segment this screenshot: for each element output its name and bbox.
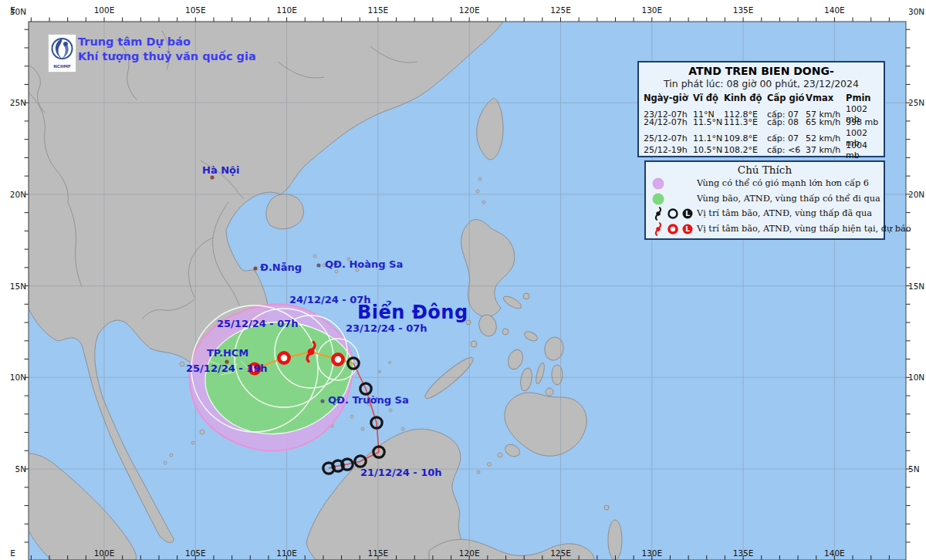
svg-text:L: L bbox=[685, 210, 690, 218]
l-icon-black: L bbox=[683, 209, 693, 219]
legend-symbol-group: L bbox=[651, 206, 697, 221]
legend-symbol-group bbox=[651, 176, 697, 191]
info-cell: 1004 mb bbox=[846, 140, 880, 160]
info-cell: cấp: 08 bbox=[767, 117, 806, 127]
nchmf-logo-emblem: NCHMF bbox=[49, 35, 75, 70]
city-dot bbox=[225, 359, 228, 363]
land-catanduanes bbox=[523, 293, 529, 299]
legend-label: Vị trí tâm bão, ATNĐ, vùng thấp hiện tại… bbox=[697, 224, 911, 234]
svg-text:L: L bbox=[685, 225, 690, 233]
legend-label: Vị trí tâm bão, ATNĐ, vùng thấp đã qua bbox=[697, 208, 872, 218]
info-table-row: 23/12-07h11°N112.8°Ecấp: 0757 km/h1002 m… bbox=[644, 104, 879, 116]
info-cell: 11.1°N bbox=[693, 133, 724, 143]
info-cell: 998 mb bbox=[846, 117, 880, 127]
logo-caption: NCHMF bbox=[53, 64, 71, 69]
legend-label: Vùng có thể có gió mạnh lớn hơn cấp 6 bbox=[697, 178, 869, 188]
nchmf-storm-bulletin-map: L EE100E100E105E105E110E110E115E115E120E… bbox=[0, 0, 926, 560]
city-dot bbox=[253, 266, 257, 270]
legend-rows: Vùng có thể có gió mạnh lớn hơn cấp 6Vùn… bbox=[651, 176, 879, 236]
info-cell: 24/12-07h bbox=[644, 117, 693, 127]
legend-row: Vùng bão, ATNĐ, vùng thấp có thể đi qua bbox=[651, 191, 879, 207]
svg-text:L: L bbox=[252, 364, 257, 374]
forecast-position-marker bbox=[333, 354, 343, 364]
info-cell: Kinh độ bbox=[724, 93, 767, 103]
info-cell: 25/12-07h bbox=[644, 133, 693, 143]
land-marinduque bbox=[502, 329, 509, 335]
info-cell: 111.3°E bbox=[724, 117, 767, 127]
legend-symbols bbox=[651, 191, 697, 206]
storm-info-box: ATND TREN BIEN DONG- Tin phát lúc: 08 gi… bbox=[637, 61, 885, 157]
info-cell: 25/12-19h bbox=[644, 145, 693, 155]
info-title: ATND TREN BIEN DONG- bbox=[644, 65, 879, 77]
info-cell: 108.2°E bbox=[724, 145, 767, 155]
legend-symbol-group bbox=[651, 191, 697, 206]
legend-row: Vùng có thể có gió mạnh lớn hơn cấp 6 bbox=[651, 176, 879, 191]
info-table-header: Ngày-giờVĩ độKinh độCấp gióVmaxPmin bbox=[644, 92, 879, 104]
info-cell: 10.5°N bbox=[693, 145, 724, 155]
city-dot bbox=[210, 175, 214, 179]
left-margin bbox=[0, 22, 29, 560]
legend-symbol-group: L bbox=[651, 221, 697, 236]
info-cell: cấp: 07 bbox=[767, 133, 806, 143]
land-bohol bbox=[546, 388, 553, 396]
info-cell: Vmax bbox=[806, 93, 846, 103]
info-cell: 52 km/h bbox=[806, 133, 846, 143]
forecast-position-marker bbox=[279, 353, 289, 363]
org-title: Trung tâm Dự báo Khí tượng thuỷ văn quốc… bbox=[78, 35, 256, 64]
donut-icon-red bbox=[669, 225, 677, 233]
top-margin bbox=[0, 0, 926, 22]
info-cell: 109.8°E bbox=[724, 133, 767, 143]
pass-zone-swatch bbox=[653, 193, 664, 204]
info-cell: Pmin bbox=[846, 93, 880, 103]
danger-zone-swatch bbox=[653, 178, 664, 190]
org-line2: Khí tượng thuỷ văn quốc gia bbox=[78, 49, 256, 64]
info-cell: 11.5°N bbox=[693, 117, 724, 127]
legend-label: Vùng bão, ATNĐ, vùng thấp có thể đi qua bbox=[697, 194, 880, 204]
info-cell: Ngày-giờ bbox=[644, 93, 693, 103]
storm-info-table: Ngày-giờVĩ độKinh độCấp gióVmaxPmin23/12… bbox=[644, 92, 879, 152]
l-icon-red: L bbox=[683, 224, 693, 234]
low-pressure-l-marker: L bbox=[248, 362, 261, 375]
land-island-dot bbox=[604, 505, 609, 510]
land-busuanga bbox=[471, 341, 477, 347]
nchmf-logo: NCHMF bbox=[48, 34, 76, 73]
land-lubang bbox=[466, 320, 471, 325]
info-cell: 37 km/h bbox=[806, 145, 846, 155]
land-hainan bbox=[266, 194, 303, 229]
info-cell: cấp: <6 bbox=[767, 145, 806, 155]
city-dot bbox=[320, 399, 324, 403]
legend-row: LVị trí tâm bão, ATNĐ, vùng thấp hiện tạ… bbox=[651, 221, 879, 237]
city-dot bbox=[316, 263, 320, 267]
info-table-row: 25/12-07h11.1°N109.8°Ecấp: 0752 km/h1002… bbox=[644, 128, 879, 140]
legend-symbols: L bbox=[651, 221, 697, 236]
legend-title: Chú Thích bbox=[651, 164, 879, 176]
info-table-row: 24/12-07h11.5°N111.3°Ecấp: 0865 km/h998 … bbox=[644, 116, 879, 129]
legend-symbols: L bbox=[651, 206, 697, 221]
org-line1: Trung tâm Dự báo bbox=[78, 35, 256, 49]
legend-row: LVị trí tâm bão, ATNĐ, vùng thấp đã qua bbox=[651, 206, 879, 221]
info-cell: Vĩ độ bbox=[693, 93, 724, 103]
open-circle-icon-black bbox=[669, 210, 678, 218]
info-issued: Tin phát lúc: 08 giờ 00 phút, 23/12/2024 bbox=[644, 78, 879, 89]
typhoon-icon-black bbox=[653, 207, 664, 220]
legend-symbols bbox=[651, 176, 697, 191]
typhoon-icon-red bbox=[653, 223, 664, 235]
legend-box: Chú Thích Vùng có thể có gió mạnh lớn hơ… bbox=[644, 160, 885, 240]
land-halmahera bbox=[608, 520, 622, 560]
info-cell: 65 km/h bbox=[806, 117, 846, 127]
info-cell: Cấp gió bbox=[767, 93, 806, 103]
